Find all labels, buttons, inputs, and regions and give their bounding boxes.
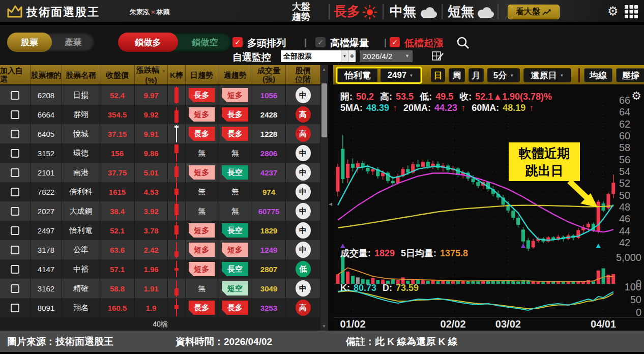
column-header[interactable]: 股價位階 [286,65,320,84]
svg-text:02/02: 02/02 [441,318,466,330]
chart-panel: 怡利電 2497▼ 日 周 月 5分▼ 還原日▼ 均線 壓撐 666462605… [333,65,644,331]
table-row[interactable]: 6664群翊354.59.92短多長多2428高 [0,105,320,124]
settings-gear-icon[interactable]: ⚙ [607,4,619,18]
date-select[interactable]: 2026/4/2 ▼ [360,50,413,62]
stock-code: 8091 [31,298,62,317]
k-bar-icon [168,221,186,240]
k-bar-icon [168,124,186,143]
column-header[interactable]: 週趨勢 [218,65,252,84]
column-header[interactable]: 成交量(張) [252,65,286,84]
stock-name: 翔名 [62,298,100,317]
scrollbar-thumb[interactable] [321,83,327,137]
scroll-up-icon[interactable]: ▲ [322,67,326,72]
table-row[interactable]: 4147中裕57.11.96短多長空2807低 [0,259,320,279]
period-week-button[interactable]: 周 [449,68,465,82]
close-price: 57.1 [100,259,135,279]
add-watch-checkbox[interactable] [11,188,19,196]
column-header[interactable]: 股票名稱 [62,65,100,84]
stock-name: 南港 [62,163,100,182]
column-header[interactable]: 收盤價 [100,65,135,84]
add-watch-checkbox[interactable] [11,304,19,312]
svg-text:04/01: 04/01 [591,318,616,330]
close-price: 37.15 [100,124,135,143]
support-resistance-button[interactable]: 壓撐 [616,68,644,82]
column-header[interactable]: 漲跌幅 ▼(%) [135,65,168,84]
checkbox-high-volume[interactable]: ✓ [315,37,326,47]
period-day-button[interactable]: 日 [431,68,445,82]
divider: | [384,37,387,48]
table-row[interactable]: 3162精確58.81.91無短空3049中 [0,279,320,298]
market-trend-label: 大盤趨勢 [290,2,312,22]
period-minute-select[interactable]: 5分▼ [487,68,520,82]
add-watch-checkbox[interactable] [11,168,19,177]
stock-name-box[interactable]: 怡利電 [338,69,377,82]
watchlist-select[interactable]: 全部股票 ▼ + [281,50,356,62]
checkbox-bull-alignment[interactable]: ✓ [232,37,243,47]
table-row[interactable]: 2101南港37.755.01短多長空4237中 [0,163,320,182]
divider [329,4,330,19]
table-scrollbar[interactable]: ▲ ▼ [320,65,328,331]
stock-name: 群翊 [62,105,100,124]
tab-stock[interactable]: 股票 [7,33,52,52]
add-watch-checkbox[interactable] [11,91,19,100]
table-row[interactable]: 2027大成鋼38.43.92無無60775中 [0,201,320,221]
chart-toolbar: 怡利電 2497▼ 日 周 月 5分▼ 還原日▼ 均線 壓撐 [333,65,644,85]
table-row[interactable]: 3152環德1569.86無無2806中 [0,143,320,163]
sun-icon [363,5,377,19]
add-watch-checkbox[interactable] [11,207,19,216]
restore-mode-select[interactable]: 還原日▼ [523,68,571,82]
column-header[interactable]: 加入自選 [0,65,31,84]
stock-code-select[interactable]: 2497▼ [380,69,420,82]
checkbox-low-rise[interactable]: ✓ [390,37,400,47]
add-watchlist-button[interactable]: + [348,50,356,62]
tab-industry[interactable]: 產業 [52,33,95,52]
edit-table-icon[interactable] [431,50,445,63]
stock-name: 大成鋼 [62,201,100,221]
column-header[interactable]: K棒 [168,65,186,84]
table-row[interactable]: 7822倍利科16154.53無無974中 [0,182,320,201]
add-watch-checkbox[interactable] [11,149,19,158]
tab-lock-long[interactable]: 鎖做多 [118,33,178,52]
ma-button[interactable]: 均線 [584,68,612,82]
user-1: 朱家泓 [130,8,150,16]
table-row[interactable]: 3178公準63.62.42短多短多1249中 [0,240,320,259]
svg-text:64: 64 [619,106,630,117]
add-watch-checkbox[interactable] [11,110,19,119]
svg-text:54: 54 [619,166,630,177]
table-row[interactable]: 8091翔名160.51.9長多長多3253高 [0,298,320,317]
stock-code: 6664 [31,105,62,124]
stock-table-header: 加入自選股票標的股票名稱收盤價漲跌幅 ▼(%)K棒日趨勢週趨勢成交量(張)股價位… [0,65,320,85]
sort-caret-icon: ▼ [161,69,166,74]
svg-text:58: 58 [619,142,630,153]
filter-label-bull-alignment: 多頭排列 [247,37,286,50]
day-trend-badge: 短多 [189,262,215,276]
add-watch-checkbox[interactable] [11,130,19,138]
svg-text:0: 0 [636,307,641,318]
trend-mid: 中無 [390,3,416,20]
add-watch-checkbox[interactable] [11,226,19,235]
volume: 974 [252,182,286,201]
view-market-button[interactable]: 看大盤 [508,5,560,19]
svg-text:44: 44 [619,225,630,237]
column-header[interactable]: 日趨勢 [186,65,218,84]
table-row[interactable]: 6208日揚52.49.97長多短多1056中 [0,85,320,105]
chart-settings-gear-icon[interactable]: ⚙ [631,90,641,103]
table-row[interactable]: 6405悅城37.159.91長多長多1228高 [0,124,320,143]
add-watch-checkbox[interactable] [11,246,19,254]
tab-lock-short[interactable]: 鎖做空 [178,33,232,52]
column-header[interactable]: 股票標的 [31,65,62,84]
collapse-left-icon[interactable]: ◀ [329,201,332,206]
chevron-down-icon[interactable]: ▼ [341,50,348,62]
search-icon[interactable] [456,36,470,50]
table-row[interactable]: 2497怡利電52.13.78短多長空1829中 [0,221,320,240]
footer-source: 圖片來源：技術面選股王 [7,335,113,348]
stock-code: 6405 [31,124,62,143]
add-watch-checkbox[interactable] [11,284,19,293]
close-price: 37.75 [100,163,135,182]
period-month-button[interactable]: 月 [469,68,484,82]
apps-grid-icon[interactable] [625,5,638,18]
k-bar-icon [168,182,186,201]
close-price: 354.5 [100,105,135,124]
add-watch-checkbox[interactable] [11,265,19,274]
scroll-down-icon[interactable]: ▼ [322,324,326,329]
